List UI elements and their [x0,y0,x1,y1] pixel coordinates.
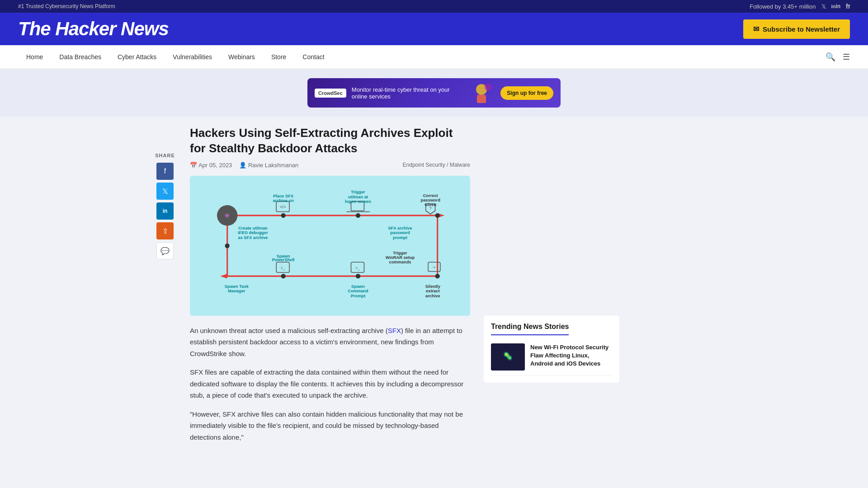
nav-cyber-attacks[interactable]: Cyber Attacks [109,45,165,69]
svg-text:⇥: ⇥ [433,265,435,269]
svg-text:Create utilman: Create utilman [238,225,268,230]
sidebar: Trending News Stories 🦠 New Wi-Fi Protoc… [484,126,619,450]
share-linkedin-button[interactable]: in [156,202,174,220]
svg-text:logon screen: logon screen [345,199,371,204]
main-layout: SHARE f 𝕏 in ⇪ 💬 Hackers Using Self-Extr… [145,117,723,459]
svg-text:>_: >_ [281,266,285,270]
svg-text:as SFX archive: as SFX archive [238,235,268,239]
svg-text:Spawn Task: Spawn Task [225,284,249,289]
svg-text:🦠: 🦠 [503,351,513,361]
svg-rect-1 [477,95,486,103]
site-logo[interactable]: The Hacker News [18,18,169,40]
banner-text: Monitor real-time cyber threat on your o… [352,86,463,100]
article-area: Hackers Using Self-Extracting Archives E… [190,126,470,450]
svg-text:archive on: archive on [273,198,294,202]
svg-text:WinRAR setup: WinRAR setup [386,255,415,260]
svg-text:IFEO debugger: IFEO debugger [238,230,268,235]
nav-data-breaches[interactable]: Data Breaches [51,45,109,69]
svg-text:SFX archive: SFX archive [388,225,412,230]
twitter-icon[interactable] [821,3,826,10]
nav-contact[interactable]: Contact [294,45,332,69]
share-label: SHARE [155,153,175,158]
share-sidebar: SHARE f 𝕏 in ⇪ 💬 [154,126,176,450]
diagram-svg: 👾 </> ? >_ >_ [190,176,470,316]
svg-text:password: password [390,230,410,235]
svg-text:Command: Command [348,289,368,293]
nav-right: 🔍 ☰ [826,52,850,62]
svg-text:👾: 👾 [224,213,230,219]
banner-illustration [468,80,495,105]
svg-point-15 [356,274,360,278]
meta-left: Apr 05, 2023 Ravie Lakshmanan [190,162,298,169]
article-paragraph-1: An unknown threat actor used a malicious… [190,325,470,360]
svg-point-12 [435,213,440,217]
svg-text:utilman at: utilman at [348,194,368,199]
svg-text:Place SFX: Place SFX [273,193,294,198]
svg-point-13 [225,243,230,248]
tagline: #1 Trusted Cybersecurity News Platform [18,3,115,9]
article-paragraph-2: SFX files are capable of extracting the … [190,366,470,401]
trending-thumb: 🦠 [491,343,525,371]
share-twitter-button[interactable]: 𝕏 [156,183,174,200]
share-other-button[interactable]: ⇪ [156,222,174,239]
ad-banner: CrowdSec Monitor real-time cyber threat … [307,78,561,108]
nav-home[interactable]: Home [18,45,51,69]
nav-webinars[interactable]: Webinars [220,45,263,69]
header: The Hacker News Subscribe to Newsletter [0,13,868,45]
svg-point-14 [281,274,286,278]
svg-text:Correct: Correct [423,193,438,197]
subscribe-button[interactable]: Subscribe to Newsletter [743,19,850,39]
article-category: Endpoint Security / Malware [403,162,470,168]
banner-wrapper: CrowdSec Monitor real-time cyber threat … [0,69,868,117]
article-body: An unknown threat actor used a malicious… [190,325,470,443]
svg-text:commands: commands [389,260,411,264]
trending-item-title: New Wi-Fi Protocol Security Flaw Affecti… [530,343,612,368]
trending-section: Trending News Stories 🦠 New Wi-Fi Protoc… [484,315,619,383]
top-bar: #1 Trusted Cybersecurity News Platform F… [0,0,868,13]
comment-button[interactable]: 💬 [156,242,174,259]
svg-point-16 [435,274,440,278]
article-diagram: 👾 </> ? >_ >_ [190,176,470,316]
svg-text:Prompt: Prompt [351,293,365,298]
sfx-link[interactable]: SFX [388,327,401,334]
facebook-icon[interactable]: f [846,3,850,10]
nav-vulnerabilities[interactable]: Vulnerabilities [165,45,220,69]
menu-icon[interactable]: ☰ [843,52,850,62]
social-icons: Followed by 3.45+ million in f [750,3,850,10]
svg-point-2 [485,84,492,91]
svg-text:Manager: Manager [228,289,245,293]
banner-cta-button[interactable]: Sign up for free [500,86,553,100]
linkedin-icon[interactable]: in [831,3,840,9]
article-title: Hackers Using Self-Extracting Archives E… [190,126,470,156]
svg-text:>_: >_ [355,266,360,270]
article-paragraph-3: "However, SFX archive files can also con… [190,408,470,443]
nav-store[interactable]: Store [263,45,294,69]
article-date: Apr 05, 2023 [190,162,232,169]
svg-text:Given: Given [425,202,436,207]
article-meta: Apr 05, 2023 Ravie Lakshmanan Endpoint S… [190,162,470,169]
trending-item[interactable]: 🦠 New Wi-Fi Protocol Security Flaw Affec… [491,339,612,375]
svg-text:password: password [421,197,441,202]
share-facebook-button[interactable]: f [156,163,174,180]
article-author: Ravie Lakshmanan [239,162,298,169]
svg-text:PowerShell: PowerShell [272,258,295,262]
svg-point-11 [356,213,360,217]
svg-text:</>: </> [280,205,286,209]
svg-text:Trigger: Trigger [393,250,407,255]
banner-logo: CrowdSec [315,89,346,98]
svg-point-10 [281,213,286,217]
follow-text: Followed by 3.45+ million [750,3,816,10]
svg-text:Spawn: Spawn [351,284,365,289]
svg-text:Trigger: Trigger [351,190,365,194]
main-nav: Home Data Breaches Cyber Attacks Vulnera… [0,45,868,69]
svg-text:extract: extract [426,289,439,293]
category-text: Endpoint Security / Malware [403,162,470,168]
svg-text:archive: archive [425,293,440,298]
search-icon[interactable]: 🔍 [826,52,835,62]
svg-text:Silently: Silently [425,284,441,289]
trending-title: Trending News Stories [491,323,569,335]
svg-text:prompt: prompt [393,235,407,239]
